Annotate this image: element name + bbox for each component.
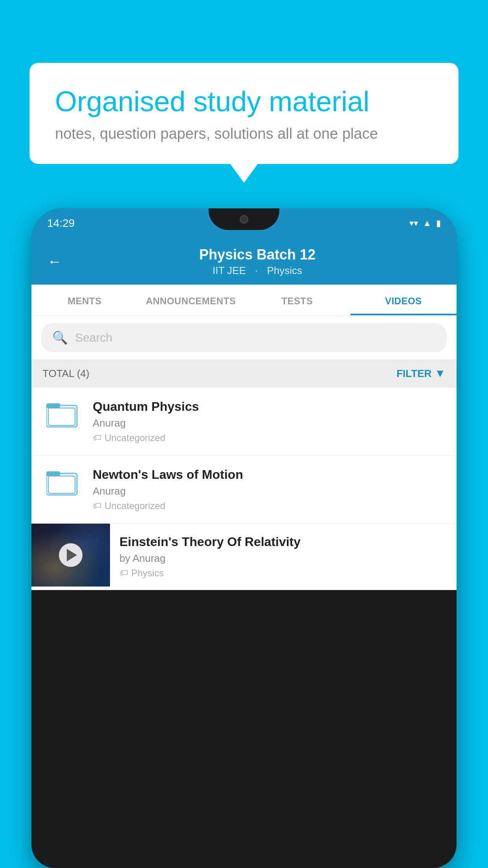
batch-subtitle: IIT JEE · Physics	[74, 265, 441, 277]
tag-icon: 🏷	[93, 433, 101, 443]
battery-icon: ▮	[436, 218, 441, 228]
list-item[interactable]: Quantum Physics Anurag 🏷 Uncategorized	[31, 388, 457, 456]
header-title-group: Physics Batch 12 IIT JEE · Physics	[74, 246, 441, 277]
phone-frame: 14:29 ▾▾ ▲ ▮ ← Physics Batch 12 IIT JEE …	[31, 208, 457, 868]
item-title: Einstein's Theory Of Relativity	[119, 535, 449, 549]
tag-icon: 🏷	[93, 501, 101, 511]
notch	[209, 208, 279, 230]
search-bar-container: 🔍 Search	[31, 316, 457, 359]
tab-bar: MENTS ANNOUNCEMENTS TESTS VIDEOS	[31, 285, 457, 316]
filter-bar: TOTAL (4) FILTER ▼	[31, 359, 457, 388]
item-thumbnail	[42, 399, 82, 429]
front-camera	[240, 215, 248, 224]
subtitle-separator: ·	[255, 265, 261, 276]
tag-icon: 🏷	[119, 568, 128, 578]
video-thumbnail	[31, 524, 110, 587]
item-info: Newton's Laws of Motion Anurag 🏷 Uncateg…	[93, 467, 446, 511]
tab-tests[interactable]: TESTS	[244, 285, 350, 315]
wifi-icon: ▾▾	[409, 218, 418, 228]
item-author: Anurag	[93, 485, 446, 497]
status-bar: 14:29 ▾▾ ▲ ▮	[31, 208, 457, 238]
total-count: TOTAL (4)	[42, 368, 89, 380]
item-title: Quantum Physics	[93, 399, 446, 414]
status-icons: ▾▾ ▲ ▮	[409, 218, 441, 228]
speech-bubble: Organised study material notes, question…	[29, 63, 459, 164]
batch-title: Physics Batch 12	[74, 246, 441, 263]
play-icon	[67, 549, 77, 561]
svg-rect-5	[48, 476, 75, 493]
status-time: 14:29	[47, 217, 75, 230]
tag-label: Uncategorized	[105, 432, 165, 443]
tab-announcements[interactable]: ANNOUNCEMENTS	[138, 285, 244, 315]
tag-label: Physics	[131, 568, 164, 579]
bubble-title: Organised study material	[55, 85, 433, 118]
subtitle-iitjee: IIT JEE	[213, 265, 246, 276]
list-item[interactable]: Einstein's Theory Of Relativity by Anura…	[31, 524, 457, 590]
filter-button[interactable]: FILTER ▼	[396, 367, 446, 380]
app-header: ← Physics Batch 12 IIT JEE · Physics	[31, 238, 457, 285]
svg-rect-1	[46, 403, 60, 408]
speech-bubble-container: Organised study material notes, question…	[29, 63, 459, 164]
item-info: Einstein's Theory Of Relativity by Anura…	[110, 524, 457, 590]
search-placeholder: Search	[75, 331, 112, 344]
svg-rect-4	[46, 471, 60, 476]
search-icon: 🔍	[52, 330, 68, 345]
filter-icon: ▼	[435, 367, 446, 380]
signal-icon: ▲	[423, 218, 431, 228]
item-thumbnail	[42, 467, 82, 497]
search-bar[interactable]: 🔍 Search	[41, 323, 447, 352]
tag-label: Uncategorized	[105, 500, 165, 511]
folder-icon	[46, 399, 78, 429]
bubble-subtitle: notes, question papers, solutions all at…	[55, 125, 433, 142]
phone-content: 🔍 Search TOTAL (4) FILTER ▼	[31, 316, 457, 590]
item-tag: 🏷 Uncategorized	[93, 432, 446, 443]
list-item[interactable]: Newton's Laws of Motion Anurag 🏷 Uncateg…	[31, 456, 457, 524]
item-author: by Anurag	[119, 552, 449, 565]
back-button[interactable]: ←	[47, 253, 62, 270]
item-title: Newton's Laws of Motion	[93, 467, 446, 482]
play-button[interactable]	[59, 543, 83, 567]
item-author: Anurag	[93, 417, 446, 429]
filter-label: FILTER	[396, 368, 431, 380]
tab-ments[interactable]: MENTS	[31, 285, 138, 315]
subtitle-physics: Physics	[267, 265, 302, 276]
tab-videos[interactable]: VIDEOS	[350, 285, 457, 315]
item-tag: 🏷 Uncategorized	[93, 500, 446, 511]
item-info: Quantum Physics Anurag 🏷 Uncategorized	[93, 399, 446, 443]
item-tag: 🏷 Physics	[119, 568, 449, 579]
svg-rect-2	[48, 408, 75, 425]
video-list: Quantum Physics Anurag 🏷 Uncategorized	[31, 388, 457, 590]
folder-icon	[46, 467, 78, 497]
